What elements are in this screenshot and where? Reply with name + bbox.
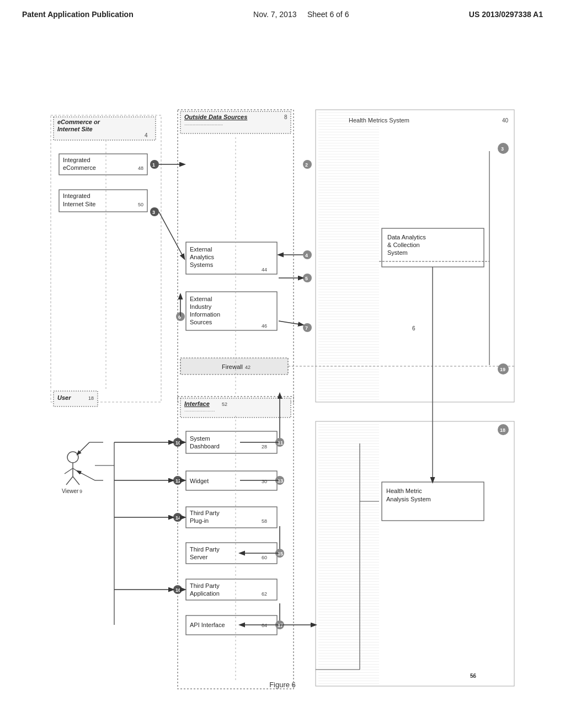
svg-text:User: User — [57, 394, 71, 401]
svg-text:10: 10 — [175, 440, 181, 446]
svg-text:4: 4 — [305, 253, 308, 258]
svg-text:Integrated: Integrated — [63, 192, 90, 199]
svg-text:3: 3 — [501, 146, 504, 152]
sheet-info: Nov. 7, 2013 Sheet 6 of 6 — [253, 10, 349, 19]
sheet-number: Sheet 6 of 6 — [307, 10, 349, 19]
svg-text:19: 19 — [500, 367, 505, 372]
svg-text:System: System — [387, 249, 408, 256]
pub-date: Nov. 7, 2013 — [253, 10, 296, 19]
main-svg: eCommerce or Internet Site 4 Outside Dat… — [0, 30, 565, 703]
svg-text:Third Party: Third Party — [190, 510, 220, 516]
svg-text:Server: Server — [190, 554, 208, 560]
svg-text:Industry: Industry — [190, 303, 212, 310]
svg-line-58 — [73, 477, 79, 485]
svg-line-56 — [73, 468, 81, 474]
svg-text:External: External — [190, 246, 212, 253]
patent-number: US 2013/0297338 A1 — [469, 10, 543, 19]
svg-text:Application: Application — [190, 590, 220, 597]
svg-text:····························: ···························· — [184, 122, 223, 127]
svg-text:eCommerce or: eCommerce or — [57, 119, 100, 125]
svg-text:3: 3 — [152, 210, 155, 215]
svg-text:1: 1 — [152, 162, 155, 168]
svg-text:30: 30 — [262, 479, 267, 484]
svg-text:46: 46 — [262, 323, 267, 329]
svg-text:15: 15 — [278, 551, 283, 556]
svg-text:6: 6 — [412, 325, 415, 331]
svg-text:42: 42 — [245, 365, 250, 370]
svg-line-96 — [159, 212, 184, 259]
svg-text:External: External — [190, 296, 212, 302]
svg-text:48: 48 — [138, 165, 143, 171]
svg-line-153 — [77, 442, 89, 454]
svg-line-155 — [77, 471, 95, 480]
svg-text:Plug-in: Plug-in — [190, 517, 209, 524]
svg-text:·························: ························· — [184, 409, 215, 414]
svg-text:40: 40 — [502, 117, 509, 124]
svg-text:Internet Site: Internet Site — [63, 201, 95, 207]
svg-line-57 — [66, 477, 73, 485]
diagram-container: eCommerce or Internet Site 4 Outside Dat… — [0, 30, 565, 703]
svg-text:Systems: Systems — [190, 261, 214, 268]
svg-text:Dashboard: Dashboard — [190, 443, 220, 449]
svg-text:14: 14 — [175, 515, 181, 521]
svg-text:Health Metric: Health Metric — [386, 488, 422, 494]
svg-text:Outside Data Sources: Outside Data Sources — [184, 114, 247, 120]
svg-text:4: 4 — [145, 132, 148, 138]
svg-text:Third Party: Third Party — [190, 582, 220, 589]
svg-text:2: 2 — [305, 162, 308, 168]
svg-text:13: 13 — [278, 478, 283, 484]
svg-rect-87 — [318, 422, 379, 684]
svg-text:5: 5 — [305, 276, 308, 281]
svg-text:56: 56 — [470, 673, 477, 679]
svg-text:Viewer: Viewer — [62, 488, 79, 494]
svg-text:Firewall: Firewall — [222, 363, 243, 370]
svg-text:62: 62 — [262, 591, 267, 597]
svg-text:Third Party: Third Party — [190, 546, 220, 553]
svg-text:60: 60 — [262, 555, 267, 560]
svg-text:Analysis System: Analysis System — [386, 496, 431, 502]
svg-text:Sources: Sources — [190, 319, 212, 325]
svg-text:11: 11 — [278, 440, 283, 446]
svg-text:18: 18 — [88, 395, 94, 401]
svg-text:9: 9 — [79, 489, 82, 494]
svg-text:API Interface: API Interface — [190, 622, 225, 628]
page-header: Patent Application Publication Nov. 7, 2… — [0, 0, 565, 24]
svg-text:Internet Site: Internet Site — [57, 126, 93, 132]
svg-text:28: 28 — [262, 444, 267, 449]
svg-text:18: 18 — [500, 427, 505, 433]
svg-text:44: 44 — [262, 267, 267, 272]
svg-point-53 — [67, 452, 78, 463]
svg-line-55 — [65, 468, 73, 474]
svg-text:58: 58 — [262, 518, 267, 524]
svg-text:64: 64 — [262, 623, 267, 628]
svg-text:Data Analytics: Data Analytics — [387, 234, 426, 240]
svg-line-106 — [279, 321, 303, 325]
svg-text:52: 52 — [222, 402, 227, 407]
svg-text:Information: Information — [190, 311, 220, 318]
svg-text:& Collection: & Collection — [387, 242, 420, 248]
svg-text:12: 12 — [175, 478, 181, 484]
svg-text:System: System — [190, 435, 210, 442]
svg-text:Widget: Widget — [190, 478, 209, 484]
svg-text:7: 7 — [305, 325, 308, 331]
svg-text:16: 16 — [175, 587, 181, 593]
svg-text:eCommerce: eCommerce — [63, 164, 96, 171]
svg-text:Integrated: Integrated — [63, 157, 90, 163]
publication-label: Patent Application Publication — [22, 10, 134, 19]
svg-rect-86 — [318, 111, 379, 401]
svg-text:Analytics: Analytics — [190, 254, 215, 260]
svg-text:Interface: Interface — [184, 400, 210, 407]
svg-text:50: 50 — [138, 202, 143, 207]
svg-text:8: 8 — [284, 114, 287, 120]
svg-text:17: 17 — [278, 623, 283, 628]
